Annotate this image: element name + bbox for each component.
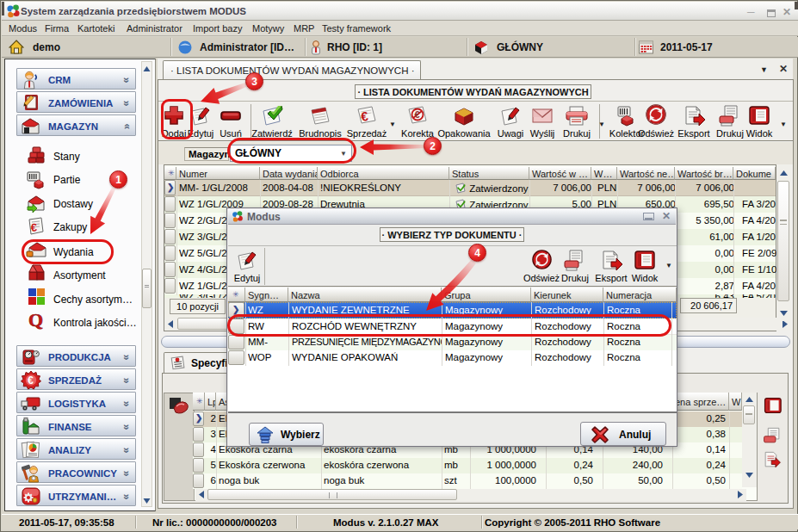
svg-text:€: € — [30, 221, 37, 234]
svg-text:€: € — [415, 109, 420, 120]
svg-text:Q: Q — [28, 310, 43, 331]
svg-text:€: € — [28, 374, 34, 387]
